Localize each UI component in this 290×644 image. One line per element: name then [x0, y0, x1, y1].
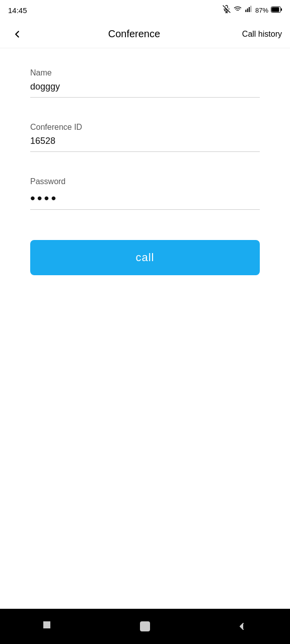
- signal-icon: [245, 5, 253, 15]
- password-section: Password ••••: [0, 167, 290, 225]
- svg-rect-9: [272, 8, 279, 12]
- bottom-nav: [0, 609, 290, 644]
- page-title: Conference: [108, 28, 160, 40]
- svg-rect-13: [44, 625, 46, 628]
- call-button[interactable]: call: [30, 240, 260, 275]
- back-nav-button[interactable]: [227, 616, 257, 636]
- battery-percentage: 87%: [255, 7, 268, 14]
- svg-rect-7: [250, 6, 251, 12]
- conference-id-value[interactable]: 16528: [30, 136, 260, 152]
- status-bar: 14:45: [0, 0, 290, 20]
- home-button[interactable]: [130, 616, 160, 636]
- conference-id-section: Conference ID 16528: [0, 113, 290, 167]
- nav-bar: Conference Call history: [0, 20, 290, 48]
- svg-rect-12: [47, 622, 50, 624]
- call-history-button[interactable]: Call history: [242, 30, 282, 39]
- name-section: Name dogggy: [0, 58, 290, 113]
- conference-id-label: Conference ID: [30, 123, 260, 132]
- name-value[interactable]: dogggy: [30, 82, 260, 98]
- svg-rect-6: [249, 7, 250, 12]
- svg-rect-11: [44, 622, 46, 624]
- recent-apps-button[interactable]: [33, 616, 63, 636]
- call-button-container: call: [0, 230, 290, 290]
- password-label: Password: [30, 177, 260, 186]
- svg-rect-14: [47, 625, 50, 628]
- status-icons: 87%: [223, 5, 282, 15]
- back-button[interactable]: [8, 25, 26, 43]
- status-time: 14:45: [8, 6, 27, 15]
- mute-icon: [223, 5, 231, 15]
- password-value[interactable]: ••••: [30, 190, 260, 210]
- battery-icon: [271, 6, 282, 15]
- svg-rect-10: [281, 9, 282, 11]
- svg-rect-15: [140, 622, 150, 631]
- wifi-icon: [233, 5, 242, 15]
- svg-rect-5: [247, 9, 248, 12]
- main-content: Name dogggy Conference ID 16528 Password…: [0, 48, 290, 609]
- svg-rect-4: [245, 10, 246, 12]
- name-label: Name: [30, 68, 260, 77]
